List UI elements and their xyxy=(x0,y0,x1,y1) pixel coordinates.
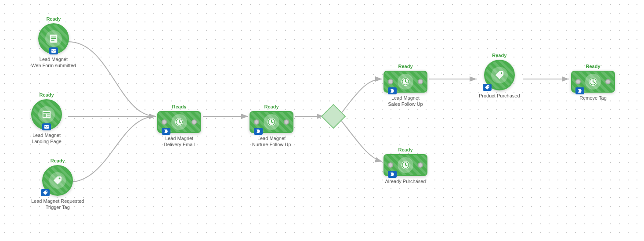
node-delivery-email-label: Lead Magnet Delivery Email xyxy=(164,135,195,148)
svg-marker-40 xyxy=(391,173,394,176)
node-web-form-label: Lead Magnet Web Form submitted xyxy=(31,56,76,69)
svg-rect-8 xyxy=(43,114,46,117)
svg-point-12 xyxy=(59,178,61,180)
node-landing-page-status: Ready xyxy=(39,92,54,97)
already-purchased-action-icon xyxy=(384,154,427,176)
trigger-tag-icon xyxy=(42,165,73,196)
svg-marker-23 xyxy=(257,129,260,133)
node-nurture-status: Ready xyxy=(264,104,279,109)
svg-rect-5 xyxy=(51,49,56,53)
node-already-purchased-status: Ready xyxy=(398,147,412,152)
decision-diamond[interactable] xyxy=(325,108,342,125)
node-already-purchased-label: Already Purchased xyxy=(385,178,426,184)
node-sales-followup[interactable]: Ready Lead Magnet Sales Follow Up xyxy=(384,64,427,108)
node-trigger-tag-label: Lead Magnet Requested Trigger Tag xyxy=(31,198,84,211)
node-already-purchased[interactable]: Ready Already Purchased xyxy=(384,147,427,184)
product-purchased-icon xyxy=(484,60,515,90)
svg-rect-7 xyxy=(43,112,50,114)
svg-point-29 xyxy=(501,72,503,74)
node-web-form[interactable]: Ready Lead Magnet Web Form submitt xyxy=(31,16,76,69)
node-delivery-email[interactable]: Ready Lead Magnet Delivery Emai xyxy=(157,104,201,148)
node-trigger-tag[interactable]: Ready Lead Magnet Requested Trigger Tag xyxy=(31,158,84,211)
node-delivery-email-status: Ready xyxy=(172,104,186,109)
landing-page-trigger-icon xyxy=(31,99,62,130)
node-nurture-followup[interactable]: Ready Lead Magnet Nurture Follow Up xyxy=(250,104,293,148)
nurture-followup-action-icon xyxy=(250,111,293,133)
svg-point-30 xyxy=(488,86,488,87)
sales-followup-action-icon xyxy=(384,71,427,93)
node-trigger-tag-status: Ready xyxy=(51,158,65,163)
svg-marker-35 xyxy=(578,89,582,93)
node-product-purchased-label: Product Purchased xyxy=(479,93,520,99)
svg-rect-11 xyxy=(44,125,49,129)
svg-marker-28 xyxy=(391,89,394,93)
node-product-purchased-status: Ready xyxy=(492,53,507,58)
node-landing-page[interactable]: Ready Lead Magnet Landi xyxy=(31,92,62,145)
svg-marker-18 xyxy=(164,129,168,133)
svg-rect-4 xyxy=(51,40,54,41)
node-landing-page-label: Lead Magnet Landing Page xyxy=(32,132,62,145)
remove-tag-action-icon xyxy=(571,71,615,93)
svg-rect-3 xyxy=(51,38,56,39)
delivery-email-action-icon xyxy=(157,111,201,133)
svg-point-13 xyxy=(46,191,47,192)
node-remove-tag[interactable]: Ready Remove Tag xyxy=(571,64,615,101)
svg-rect-9 xyxy=(47,114,50,115)
node-product-purchased[interactable]: Ready Product Purchased xyxy=(479,53,520,99)
node-remove-tag-label: Remove Tag xyxy=(579,95,607,101)
svg-rect-2 xyxy=(51,36,56,37)
node-remove-tag-status: Ready xyxy=(586,64,600,69)
node-web-form-status: Ready xyxy=(46,16,61,22)
svg-rect-10 xyxy=(47,116,50,117)
node-sales-status: Ready xyxy=(398,64,412,69)
web-form-trigger-icon xyxy=(38,23,69,54)
node-nurture-label: Lead Magnet Nurture Follow Up xyxy=(252,135,291,148)
node-sales-label: Lead Magnet Sales Follow Up xyxy=(388,95,423,108)
